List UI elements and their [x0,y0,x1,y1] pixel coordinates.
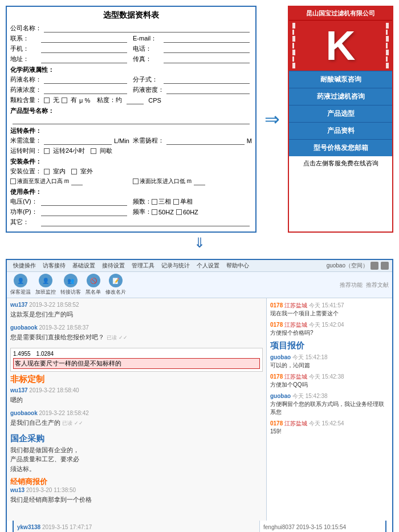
msg-block-3: guobaook 2019-3-22 18:58:42 是我们自己生产的 已读 … [10,410,263,428]
menu-btn-4[interactable]: 型号价格发您邮箱 [289,139,392,156]
suction-col: 液面至泵进入口高 m [10,177,129,185]
msg-header-4: wu13 2019-3-20 11:38:50 [10,487,263,493]
checkbox-yes[interactable] [62,98,67,103]
email-label: E-mail： [133,34,161,43]
r-header-0: 0178 江苏盐城 今天 15:41:57 [270,302,389,310]
checkbox-50hz[interactable] [152,209,157,215]
voltage-col: 电压(V)： [10,197,129,206]
msg-header-0: wu137 2019-3-22 18:58:52 [10,302,263,308]
pressure-input[interactable] [194,177,205,185]
r-name-2: guobao [270,354,291,360]
bar2 [292,30,294,35]
conc-input[interactable] [44,86,127,94]
voltage-input[interactable] [41,198,127,206]
single-phase-label: 单相 [180,197,193,206]
toolbar-btn-3[interactable]: 接待设置 [99,261,128,270]
msg-bubble-0: 这款泵是您们生产的吗 [10,309,263,320]
toolbar-btn-5[interactable]: 记录与统计 [158,261,193,270]
bar1 [292,23,295,29]
product-input[interactable] [13,116,250,124]
msg-name-2: wu137 [10,387,28,393]
checkbox-continuous[interactable] [44,148,50,154]
right-msg-1: 0178 江苏盐城 今天 15:42:04 方便报个价格吗? [270,321,389,337]
menu-btn-0[interactable]: 耐酸碱泵咨询 [289,71,392,88]
minimize-icon[interactable] [381,262,389,270]
icon-label-0: 保客迎温 [10,289,31,296]
address-input[interactable] [41,55,127,63]
r-header-4: guobao 今天 15:42:38 [270,392,389,400]
phone-col: 手机： [10,44,129,53]
bottom-left: ykw3138 2019-3-15 17:47:17 我们的设想是，，，装个检测… [14,521,260,532]
molecular-input[interactable] [164,76,250,84]
checkbox-suction[interactable] [10,178,16,184]
toolbar-btn-4[interactable]: 管理工具 [129,261,157,270]
checkbox-outdoor[interactable] [71,169,77,174]
email-input[interactable] [164,35,250,43]
tel-input[interactable] [164,45,250,53]
recommend-btn[interactable]: 推荐功能 [340,281,363,289]
icon-circle-2: 👥 [64,274,78,287]
icon-item-4[interactable]: 📝 修改名片 [105,274,126,296]
hz50-label: 50HZ [158,209,174,216]
checkbox-intermittent[interactable] [91,148,96,154]
molecular-label: 分子式： [133,75,161,84]
r-time-1: 今天 15:42:04 [309,322,344,328]
toolbar-btn-2[interactable]: 基础设置 [70,261,98,270]
bottom-r-header-0: fenghui8037 2019-3-15 10:15:54 [263,524,382,530]
toolbar-btn-7[interactable]: 帮助中心 [223,261,252,270]
checkbox-pressure[interactable] [133,178,139,184]
checkbox-60hz[interactable] [176,209,182,215]
toolbar-btn-1[interactable]: 访客接待 [40,261,68,270]
company-name: 昆山国宝过滤机有限公司 [289,7,392,21]
right-msg-3: 0178 江苏盐城 今天 15:42:38 方便加个QQ吗 [270,373,389,389]
bar3 [292,36,295,42]
msg-name-0: wu137 [10,302,28,308]
checkbox-none[interactable] [44,98,50,103]
checkbox-3phase[interactable] [152,199,157,205]
icon-item-3[interactable]: 🚫 黑名单 [85,274,101,296]
checkbox-1phase[interactable] [173,199,179,205]
icon-item-0[interactable]: 👤 保客迎温 [10,274,31,296]
contact-label: 联系： [10,34,39,43]
suction-input[interactable] [71,177,83,185]
icon-item-1[interactable]: 👤 加班监控 [35,274,56,296]
menu-btn-2[interactable]: 产品选型 [289,105,392,122]
settings-icon[interactable] [370,262,378,270]
voltage-label: 电压(V)： [10,197,39,206]
fax-input[interactable] [164,55,250,63]
flow-col: 米需流量： L/Min [10,136,129,145]
tel-col: 电话： [133,44,252,53]
power-input[interactable] [41,208,127,216]
menu-btn-3[interactable]: 产品资料 [289,122,392,139]
right-msg-4: guobao 今天 15:42:38 方便啊留个您的联系方式吗，我让业务经理联系… [270,392,389,416]
r-id-1: 0178 [270,322,283,328]
msg-header-1: guobaook 2019-3-22 18:58:37 [10,324,263,331]
annotation-custom: 非标定制 [10,374,263,385]
viscosity-label: 粘度：约 [97,96,122,104]
menu-btn-1[interactable]: 药液过滤机咨询 [289,88,392,105]
rbar7 [386,63,389,68]
head-input[interactable] [166,137,245,145]
checkbox-indoor[interactable] [44,169,50,174]
recommend-article-btn[interactable]: 推荐文献 [366,281,389,289]
toolbar-btn-0[interactable]: 快捷操作 [10,261,39,270]
phone-input[interactable] [41,45,127,53]
flow-input[interactable] [44,137,112,145]
user-info: guobao（空间） [327,262,368,270]
r-time-0: 今天 15:41:57 [309,302,344,308]
r-header-3: 0178 江苏盐城 今天 15:42:38 [270,373,389,381]
viscosity-input[interactable] [127,96,144,104]
suction-pressure-row: 液面至泵进入口高 m 液面比泵进入口低 m [10,177,252,185]
right-msg-2: guobao 今天 15:42:18 可以的，沁闰篇 [270,354,389,369]
particle-row: 颗粒含量： 无 有 μ % 粘度：约 CPS [10,96,252,104]
company-input[interactable] [44,25,250,33]
contact-input[interactable] [41,35,127,43]
icon-item-2[interactable]: 👥 转接访客 [60,274,81,296]
other-input[interactable] [41,218,250,226]
rbar3 [386,36,389,42]
company-footer: 点击左侧客服免费在线咨询 [289,156,392,170]
drugname-input[interactable] [44,76,127,84]
density-input[interactable] [166,86,250,94]
msg-bubble-3: 是我们自己生产的 已读 ✓✓ [10,417,263,428]
toolbar-btn-6[interactable]: 个人设置 [194,261,222,270]
